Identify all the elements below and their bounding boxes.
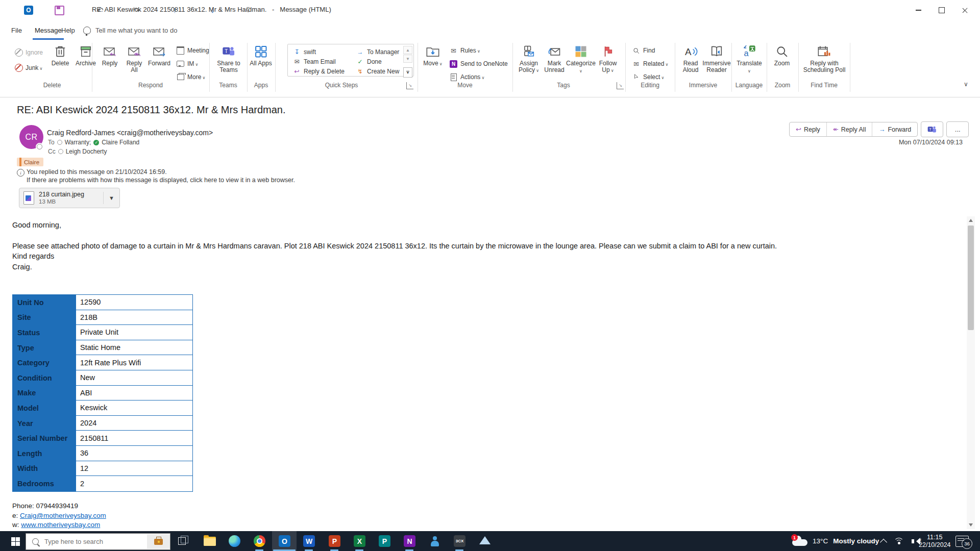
ignore-button[interactable]: Ignore <box>14 47 43 58</box>
follow-up-button[interactable]: Follow Up <box>596 44 620 74</box>
tell-me-box[interactable]: Tell me what you want to do <box>95 27 177 34</box>
delete-button[interactable]: Delete <box>47 44 73 67</box>
display-problems-notice[interactable]: If there are problems with how this mess… <box>27 177 295 184</box>
table-row-label: Status <box>13 325 76 340</box>
website-link[interactable]: www.motheriveysbay.com <box>21 521 100 529</box>
immersive-reader-button[interactable]: Immersive Reader <box>702 44 731 73</box>
publisher-app-icon[interactable]: P <box>378 535 391 547</box>
all-apps-button[interactable]: All Apps <box>250 44 272 67</box>
edge-app-icon[interactable] <box>228 535 241 547</box>
rules-button[interactable]: ✉ Rules <box>449 45 480 56</box>
select-button[interactable]: Select <box>632 71 664 83</box>
search-input[interactable] <box>43 537 147 546</box>
reply-all-button[interactable]: Reply All <box>122 44 146 73</box>
quick-steps-scroll-up[interactable]: ▲ <box>403 46 412 54</box>
mark-unread-icon <box>547 44 561 59</box>
envelope-icon: ✉ <box>293 58 301 65</box>
weather-widget[interactable]: 1 13°C Mostly cloudy <box>792 531 879 551</box>
recipient-leigh-docherty[interactable]: Leigh Docherty <box>66 148 107 155</box>
forward-header-button[interactable]: → Forward <box>872 122 917 136</box>
more-actions-button[interactable]: ... <box>946 121 969 137</box>
archive-icon <box>79 44 93 59</box>
table-row: Width12 <box>13 461 192 477</box>
quick-steps-scroll-down[interactable]: ▼ <box>403 55 412 63</box>
read-aloud-button[interactable]: Read Aloud <box>679 44 702 73</box>
category-badge[interactable]: Claire <box>17 158 43 166</box>
sender-line[interactable]: Craig Redford-James <craig@motheriveysba… <box>47 129 213 137</box>
more-respond-button[interactable]: More <box>176 71 205 83</box>
chrome-app-icon[interactable] <box>253 535 266 547</box>
reply-header-button[interactable]: ↩ Reply <box>790 122 827 136</box>
share-to-teams-button[interactable]: Share to Teams <box>214 44 243 73</box>
mark-unread-button[interactable]: Mark Unread <box>543 44 566 73</box>
related-button[interactable]: ✉ Related <box>632 58 668 69</box>
scrollbar-thumb[interactable] <box>968 226 974 330</box>
forward-button[interactable]: Forward <box>146 44 173 67</box>
close-button[interactable] <box>953 0 977 20</box>
quick-step-reply-delete[interactable]: ↩ Reply & Delete <box>293 66 345 77</box>
onenote-app-icon[interactable]: N <box>403 535 416 547</box>
message-scrollbar[interactable] <box>967 216 975 529</box>
move-button[interactable]: Move <box>420 44 446 67</box>
save-icon[interactable] <box>54 5 64 16</box>
email-link[interactable]: Craig@motheriveysbay.com <box>20 512 106 519</box>
blue-figure-app-icon[interactable] <box>428 535 441 547</box>
start-button[interactable] <box>5 535 26 547</box>
powerpoint-app-icon[interactable]: P <box>328 535 341 547</box>
attachment-dropdown-icon[interactable]: ▼ <box>103 192 119 204</box>
group-label-editing: Editing <box>625 82 675 90</box>
actions-button[interactable]: Actions <box>449 71 484 83</box>
share-to-teams-header-button[interactable] <box>921 121 943 137</box>
excel-app-icon[interactable]: X <box>353 535 366 547</box>
outlook-app-icon[interactable]: O <box>278 535 291 547</box>
reply-with-scheduling-poll-button[interactable]: Reply with Scheduling Poll <box>801 44 847 73</box>
attachment-chip[interactable]: 218 curtain.jpeg 13 MB ▼ <box>19 188 120 208</box>
word-app-icon[interactable]: W <box>303 535 315 547</box>
collapse-ribbon-icon[interactable]: ∨ <box>964 81 968 88</box>
assign-policy-button[interactable]: Assign Policy <box>516 44 542 74</box>
meeting-button[interactable]: Meeting <box>176 45 209 56</box>
quick-steps-dialog-launcher-icon[interactable]: ↘ <box>406 82 413 89</box>
reply-button[interactable]: Reply <box>98 44 121 67</box>
quick-step-done[interactable]: ✓ Done <box>356 57 382 67</box>
categorize-button[interactable]: Categorize <box>566 44 596 74</box>
minimize-button[interactable] <box>906 0 930 20</box>
move-to-folder-icon: ↧ <box>293 48 301 56</box>
recipient-claire-folland[interactable]: Claire Folland <box>102 139 139 146</box>
junk-button[interactable]: Junk <box>14 62 42 73</box>
reply-all-header-button[interactable]: ↞ Reply All <box>827 122 873 136</box>
3d-viewer-app-icon[interactable] <box>478 535 491 547</box>
file-explorer-app-icon[interactable] <box>203 535 216 547</box>
quick-steps-gallery: ↧ swift ✉ Team Email ↩ Reply & Delete → … <box>287 44 414 77</box>
hidden-icons-chevron-icon[interactable] <box>880 538 887 545</box>
reply-arrow-icon: ↩ <box>796 126 801 133</box>
send-to-onenote-button[interactable]: N Send to OneNote <box>449 58 508 69</box>
translate-button[interactable]: Translate <box>736 44 763 74</box>
scroll-down-icon[interactable] <box>967 521 975 529</box>
zoom-button[interactable]: Zoom <box>770 44 794 67</box>
tab-file[interactable]: File <box>8 24 25 36</box>
quick-step-swift[interactable]: ↧ swift <box>293 47 316 57</box>
task-view-button[interactable] <box>177 536 190 547</box>
find-button[interactable]: Find <box>632 45 655 56</box>
tags-dialog-launcher-icon[interactable]: ↘ <box>617 82 624 89</box>
im-button[interactable]: IM <box>176 58 198 69</box>
maximize-button[interactable] <box>930 0 953 20</box>
teams-icon <box>221 44 236 59</box>
quick-step-create-new[interactable]: ↯ Create New <box>356 66 399 77</box>
table-row-label: Unit No <box>13 295 76 310</box>
search-assistant-icon[interactable] <box>147 534 170 549</box>
quick-step-to-manager[interactable]: → To Manager <box>356 47 399 57</box>
recipient-warranty[interactable]: Warranty; <box>65 139 91 146</box>
clock[interactable]: 11:15 22/10/2024 <box>919 531 951 551</box>
quick-step-team-email[interactable]: ✉ Team Email <box>293 57 336 67</box>
wifi-icon[interactable] <box>894 538 903 545</box>
tab-help[interactable]: Help <box>58 24 78 36</box>
threecx-app-icon[interactable]: 3CX <box>453 535 466 547</box>
archive-button[interactable]: Archive <box>72 44 100 67</box>
action-center-button[interactable]: 36 <box>955 531 969 551</box>
presence-available-icon: ✓ <box>93 140 99 145</box>
quick-steps-more-button[interactable]: ▼ <box>403 67 412 78</box>
scroll-up-icon[interactable] <box>967 216 975 224</box>
taskbar-search-box[interactable] <box>26 533 170 550</box>
